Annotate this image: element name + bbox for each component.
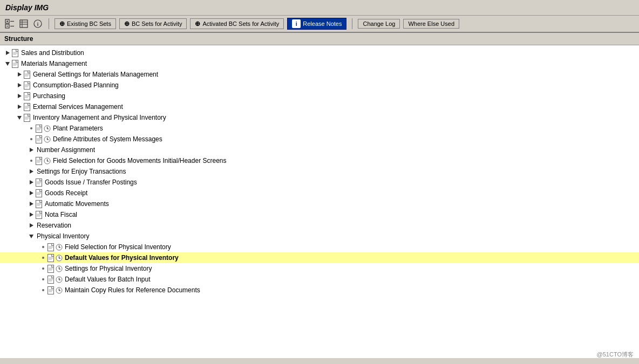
tree-item-goods-issue[interactable]: Goods Issue / Transfer Postings [0,177,639,188]
activated-bc-sets-button[interactable]: ⊕ Activated BC Sets for Activity [190,18,284,29]
toolbar-sep-1 [49,18,49,29]
svg-rect-80 [36,189,42,197]
info-small-icon[interactable]: i [32,18,43,29]
svg-rect-29 [24,81,30,89]
svg-rect-90 [36,211,42,218]
expand-icon-define-attrs [28,136,35,142]
clock-icon-field-sel-goods [44,157,51,164]
tree-item-ext-services[interactable]: External Services Management [0,101,639,112]
bc-sets-icon[interactable] [18,18,29,29]
expand-icon-purchasing[interactable] [16,93,23,99]
tree-label-nota-fiscal: Nota Fiscal [45,210,77,219]
tree-area: Sales and Distribution Materials Managem… [0,45,639,358]
doc-icon-field-sel-goods [36,157,43,165]
expand-icon-consumption[interactable] [16,82,23,88]
svg-marker-28 [18,83,22,87]
page-title: Display IMG [5,3,634,12]
tree-item-sales-dist[interactable]: Sales and Distribution [0,47,639,58]
tree-item-plant-params[interactable]: Plant Parameters [0,123,639,134]
existing-bc-sets-button[interactable]: ⊕ Existing BC Sets [55,18,116,29]
expand-icon-number-assign[interactable] [28,147,35,153]
tree-item-gen-settings[interactable]: General Settings for Materials Managemen… [0,69,639,80]
change-log-button[interactable]: Change Log [358,19,400,29]
tree-label-define-attrs: Define Attributes of System Messages [53,134,162,144]
clock-icon-settings-phys [56,265,63,272]
doc-icon-gen-settings [24,71,31,79]
svg-rect-14 [12,49,18,57]
svg-point-104 [42,257,44,259]
svg-rect-44 [24,114,30,121]
tree-item-define-attrs[interactable]: Define Attributes of System Messages [0,134,639,145]
expand-icon-sales-dist[interactable] [4,50,11,56]
clock-icon-field-sel-phys [56,244,63,251]
tree-item-physical-inv[interactable]: Physical Inventory [0,231,639,242]
expand-icon-ext-services[interactable] [16,104,23,110]
bc-activity-icon: ⊕ [124,20,130,28]
tree-label-ext-services: External Services Management [33,102,123,112]
watermark: @51CTO博客 [597,351,634,359]
svg-marker-74 [30,180,33,184]
tree-label-settings-enjoy: Settings for Enjoy Transactions [37,167,126,176]
tree-label-default-vals-batch: Default Values for Batch Input [65,274,151,284]
activated-icon: ⊕ [195,20,200,28]
tree-collapse-icon[interactable] [4,18,15,29]
expand-icon-nota-fiscal[interactable] [28,211,35,218]
svg-marker-13 [6,51,10,55]
where-else-used-button[interactable]: Where Else Used [403,19,459,29]
svg-point-128 [42,289,44,291]
tree-item-default-vals-batch[interactable]: Default Values for Batch Input [0,274,639,285]
svg-point-112 [42,267,44,270]
tree-item-settings-phys[interactable]: Settings for Physical Inventory [0,263,639,274]
tree-item-purchasing[interactable]: Purchasing [0,91,639,101]
clock-icon-define-attrs [44,136,51,143]
tree-item-mat-mgmt[interactable]: Materials Management [0,58,639,69]
tree-item-default-vals-phys[interactable]: Default Values for Physical Inventory [0,252,639,263]
tree-item-number-assign[interactable]: Number Assignment [0,145,639,155]
tree-item-reservation[interactable]: Reservation [0,220,639,231]
tree-label-auto-movements: Automatic Movements [45,199,109,209]
toolbar: i ⊕ Existing BC Sets ⊕ BC Sets for Activ… [0,16,639,33]
bc-sets-activity-button[interactable]: ⊕ BC Sets for Activity [119,18,187,29]
svg-rect-34 [24,92,30,100]
tree-label-field-sel-goods: Field Selection for Goods Movements Init… [53,156,227,166]
tree-item-consumption[interactable]: Consumption-Based Planning [0,80,639,91]
svg-marker-79 [30,191,33,195]
tree-item-field-sel-phys[interactable]: Field Selection for Physical Inventory [0,242,639,252]
tree-label-plant-params: Plant Parameters [53,123,103,133]
expand-icon-inv-mgmt[interactable] [16,114,23,121]
doc-icon-nota-fiscal [36,211,43,219]
expand-icon-mat-mgmt[interactable] [4,60,11,67]
svg-marker-94 [30,223,33,228]
tree-item-goods-receipt[interactable]: Goods Receipt [0,188,639,198]
tree-item-nota-fiscal[interactable]: Nota Fiscal [0,209,639,220]
tree-label-settings-phys: Settings for Physical Inventory [65,264,152,273]
tree-item-inv-mgmt[interactable]: Inventory Management and Physical Invent… [0,112,639,123]
expand-icon-goods-issue[interactable] [28,179,35,186]
release-notes-button[interactable]: i Release Notes [287,18,346,30]
expand-icon-maintain-copy [40,287,46,293]
doc-icon-purchasing [24,92,31,100]
expand-icon-plant-params [28,125,35,132]
svg-marker-18 [5,62,10,66]
expand-icon-auto-movements[interactable] [28,201,35,207]
svg-rect-49 [36,125,42,132]
clock-icon-default-vals-phys [56,255,63,262]
expand-icon-default-vals-batch [40,276,46,283]
svg-point-56 [30,138,32,140]
expand-icon-gen-settings[interactable] [16,71,23,78]
expand-icon-reservation[interactable] [28,222,35,229]
tree-item-field-sel-goods[interactable]: Field Selection for Goods Movements Init… [0,155,639,166]
tree-label-reservation: Reservation [37,221,71,230]
svg-marker-89 [30,212,33,217]
doc-icon-ext-services [24,103,31,111]
tree-label-physical-inv: Physical Inventory [37,231,89,241]
tree-item-maintain-copy[interactable]: Maintain Copy Rules for Reference Docume… [0,285,639,296]
expand-icon-physical-inv[interactable] [28,233,35,239]
expand-icon-goods-receipt[interactable] [28,190,35,196]
tree-item-auto-movements[interactable]: Automatic Movements [0,198,639,209]
expand-icon-settings-enjoy[interactable] [28,168,35,175]
tree-label-purchasing: Purchasing [33,91,65,101]
clock-icon-maintain-copy [56,287,63,294]
tree-item-settings-enjoy[interactable]: Settings for Enjoy Transactions [0,166,639,177]
tree-label-sales-dist: Sales and Distribution [21,48,84,58]
